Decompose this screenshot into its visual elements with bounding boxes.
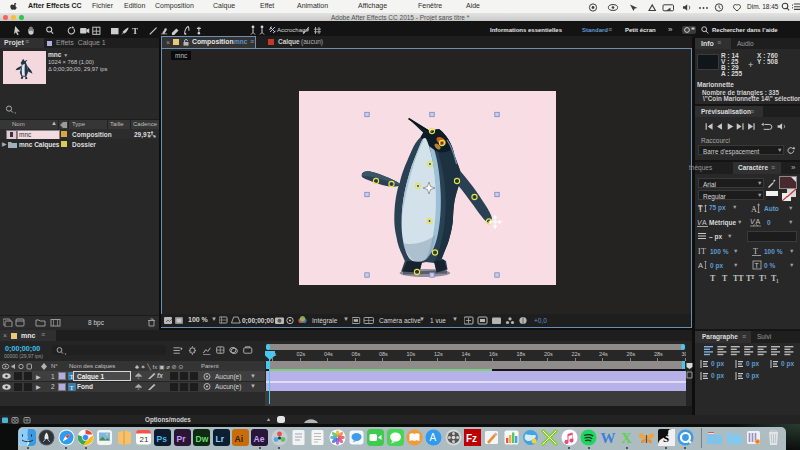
svg-text:A: A xyxy=(698,261,703,270)
svg-text:X: X xyxy=(621,430,632,446)
svg-text:T: T xyxy=(70,383,75,390)
svg-text:W: W xyxy=(600,430,615,446)
svg-text:Dw: Dw xyxy=(196,434,209,444)
svg-text:Pr: Pr xyxy=(176,434,186,444)
svg-text:A: A xyxy=(430,432,437,443)
svg-text:T: T xyxy=(755,262,760,269)
svg-text:Lr: Lr xyxy=(215,434,224,444)
svg-text:T: T xyxy=(753,247,758,256)
svg-text:Ps: Ps xyxy=(157,434,168,444)
svg-text:S: S xyxy=(663,432,669,444)
svg-text:8 bpc: 8 bpc xyxy=(88,319,105,327)
svg-text:Ae: Ae xyxy=(254,434,265,444)
svg-text:Ai: Ai xyxy=(234,434,243,444)
svg-text:A: A xyxy=(702,219,707,226)
svg-text:A: A xyxy=(751,205,757,214)
svg-text:A: A xyxy=(756,218,761,225)
svg-text:T: T xyxy=(701,247,706,256)
svg-text:T: T xyxy=(698,205,703,214)
svg-text:T: T xyxy=(132,26,138,36)
svg-text:21: 21 xyxy=(140,435,149,444)
svg-text:Fz: Fz xyxy=(466,433,477,444)
